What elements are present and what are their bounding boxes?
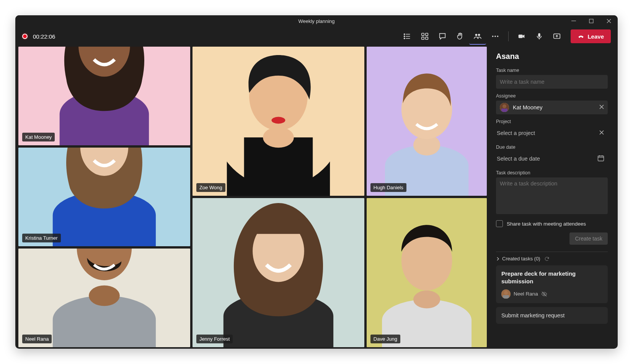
recording-indicator-icon: [22, 34, 28, 39]
share-label: Share task with meeting attendees: [507, 221, 586, 227]
svg-point-22: [271, 117, 285, 124]
svg-point-4: [404, 36, 405, 37]
participant-tile[interactable]: Kat Mooney: [18, 47, 190, 145]
more-icon[interactable]: [487, 28, 504, 45]
svg-point-38: [413, 291, 440, 309]
mic-icon[interactable]: [531, 28, 548, 45]
breakout-rooms-icon[interactable]: [416, 28, 433, 45]
participant-name: Neel Rana: [22, 335, 52, 343]
svg-rect-0: [571, 21, 576, 21]
panel-divider: [496, 252, 608, 252]
leave-label: Leave: [587, 33, 604, 40]
participant-video: [193, 47, 364, 196]
clear-assignee-icon[interactable]: [599, 104, 605, 111]
description-field[interactable]: [496, 177, 608, 214]
toolbar-actions: Leave: [399, 28, 611, 45]
raise-hand-icon[interactable]: [452, 28, 468, 45]
svg-rect-49: [503, 295, 509, 299]
calendar-icon[interactable]: [597, 154, 605, 163]
svg-rect-17: [519, 34, 523, 38]
minimize-button[interactable]: [565, 15, 582, 27]
app-window: Weekly planning 00:22:06 Leave: [15, 15, 618, 349]
participant-name: Jenny Forrest: [196, 335, 233, 343]
task-card[interactable]: Prepare deck for marketing submission Ne…: [496, 265, 608, 303]
participant-name: Kat Mooney: [22, 133, 55, 141]
task-name-input[interactable]: [500, 79, 604, 85]
call-timer: 00:22:06: [33, 33, 55, 40]
meeting-body: Zoe Wong Hugh Daniels: [15, 46, 618, 349]
svg-point-33: [89, 285, 120, 306]
task-name-field[interactable]: [496, 75, 608, 89]
chevron-right-icon: [496, 257, 500, 261]
task-assignee-name: Neel Rana: [514, 291, 538, 297]
task-card-title: Prepare deck for marketing submission: [501, 270, 602, 286]
task-name-label: Task name: [496, 68, 608, 73]
toolbar-separator: [508, 31, 509, 41]
assignee-value-row: Kat Mooney: [500, 103, 542, 112]
svg-rect-43: [598, 156, 604, 161]
participant-video: [18, 249, 190, 347]
participant-tile[interactable]: Zoe Wong: [193, 47, 364, 196]
svg-point-24: [263, 127, 294, 148]
created-tasks-header[interactable]: Created tasks (0): [496, 256, 608, 262]
close-button[interactable]: [600, 15, 618, 27]
hangup-icon: [578, 33, 584, 40]
refresh-icon[interactable]: [544, 256, 550, 262]
participant-tile[interactable]: Hugh Daniels: [367, 47, 487, 196]
participant-name: Zoe Wong: [196, 183, 225, 192]
participant-tile[interactable]: Kristina Turner: [18, 148, 190, 246]
assignee-name: Kat Mooney: [513, 104, 542, 110]
svg-point-41: [502, 104, 506, 108]
participant-video: [18, 47, 190, 145]
task-card-title: Submit marketing request: [501, 312, 564, 318]
project-label: Project: [496, 119, 608, 124]
share-screen-icon[interactable]: [548, 28, 565, 45]
private-icon: [541, 291, 547, 297]
duedate-label: Due date: [496, 145, 608, 150]
svg-rect-42: [501, 109, 507, 112]
leave-button[interactable]: Leave: [571, 29, 611, 43]
chat-icon[interactable]: [434, 28, 451, 45]
svg-point-6: [404, 38, 405, 39]
svg-point-13: [478, 34, 480, 36]
participant-video: [367, 198, 487, 347]
video-gallery: Zoe Wong Hugh Daniels: [18, 47, 487, 347]
duedate-field[interactable]: Select a due date: [496, 152, 608, 166]
task-card[interactable]: Submit marketing request: [496, 307, 608, 324]
svg-rect-10: [422, 37, 424, 39]
participant-name: Hugh Daniels: [370, 183, 406, 192]
clear-project-icon[interactable]: [599, 130, 605, 137]
svg-point-2: [404, 34, 405, 34]
project-placeholder: Select a project: [497, 130, 535, 136]
window-controls: [565, 15, 618, 27]
titlebar: Weekly planning: [15, 15, 618, 27]
svg-rect-1: [589, 19, 593, 23]
svg-point-15: [495, 36, 496, 37]
participant-tile[interactable]: Neel Rana: [18, 249, 190, 347]
svg-point-12: [475, 34, 478, 36]
project-field[interactable]: Select a project: [496, 126, 608, 140]
people-icon[interactable]: [469, 28, 486, 45]
assignee-label: Assignee: [496, 93, 608, 99]
svg-point-48: [504, 291, 508, 295]
share-task-row[interactable]: Share task with meeting attendees: [496, 220, 608, 227]
panel-title: Asana: [496, 52, 608, 61]
maximize-button[interactable]: [582, 15, 600, 27]
participant-video: [18, 148, 190, 246]
participant-tile[interactable]: Jenny Forrest: [193, 198, 364, 347]
svg-rect-11: [426, 37, 428, 39]
svg-rect-8: [422, 33, 424, 36]
create-task-button[interactable]: Create task: [569, 232, 608, 245]
gallery-column: Kat Mooney Kristina Turner: [18, 47, 190, 347]
meeting-toolbar: 00:22:06 Leave: [15, 27, 618, 46]
description-label: Task description: [496, 170, 608, 176]
assignee-field[interactable]: Kat Mooney: [496, 101, 608, 114]
camera-icon[interactable]: [513, 28, 530, 45]
participant-tile[interactable]: Dave Jung: [367, 198, 487, 347]
assignee-avatar: [500, 103, 509, 112]
share-checkbox[interactable]: [496, 220, 503, 227]
list-icon[interactable]: [399, 28, 416, 45]
description-input[interactable]: [500, 180, 604, 214]
svg-point-14: [492, 36, 494, 37]
task-card-meta: Neel Rana: [501, 289, 602, 299]
